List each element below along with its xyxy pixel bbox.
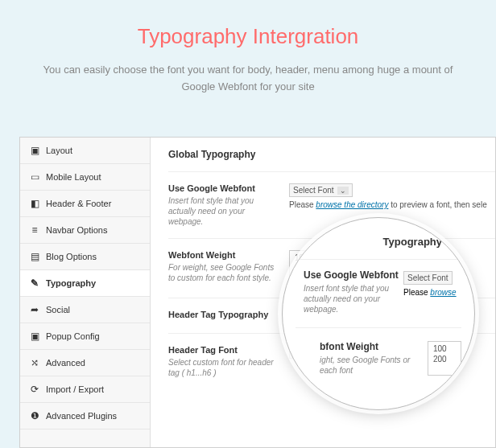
browse-directory-link[interactable]: browse the directory xyxy=(316,200,388,209)
sidebar-item-layout[interactable]: ▣ Layout xyxy=(20,138,150,164)
sidebar: ▣ Layout ▭ Mobile Layout ◧ Header & Foot… xyxy=(20,138,151,447)
field-desc: Select custom font for header tag ( h1..… xyxy=(168,357,279,378)
sidebar-item-social[interactable]: ➦ Social xyxy=(20,297,150,323)
mag-field-title: bfont Weight xyxy=(320,341,428,352)
select-value: Select Font xyxy=(407,273,448,282)
field-title: Webfont Weight xyxy=(168,250,279,260)
sidebar-item-label: Header & Footer xyxy=(46,199,111,208)
advanced-icon: ⤭ xyxy=(28,357,41,368)
select-value: Select Font xyxy=(293,186,334,195)
weight-option[interactable]: 200 xyxy=(433,354,456,364)
navbar-icon: ≡ xyxy=(28,224,41,236)
magnifier-lens: ..Typography Use Google Webfont Insert f… xyxy=(282,217,475,410)
section-heading: Global Typography xyxy=(168,149,495,172)
sidebar-item-label: Social xyxy=(46,305,70,314)
sidebar-item-typography[interactable]: ✎ Typography xyxy=(20,270,150,297)
sidebar-item-blog[interactable]: ▤ Blog Options xyxy=(20,244,150,270)
field-title: Use Google Webfont xyxy=(168,183,279,193)
field-hint: Please browse the directory to preview a… xyxy=(289,200,495,209)
sidebar-item-label: Blog Options xyxy=(46,252,97,261)
header-footer-icon: ◧ xyxy=(28,198,41,209)
field-title: Header Tag Font xyxy=(168,345,279,355)
sidebar-item-mobile-layout[interactable]: ▭ Mobile Layout xyxy=(20,164,150,191)
sidebar-item-advanced[interactable]: ⤭ Advanced xyxy=(20,350,150,376)
sidebar-item-import-export[interactable]: ⟳ Import / Export xyxy=(20,376,150,403)
sidebar-item-popup[interactable]: ▣ Popup Config xyxy=(20,323,150,350)
popup-icon: ▣ xyxy=(28,331,41,342)
mag-field-desc: Insert font style that you actually need… xyxy=(304,283,403,314)
mag-heading: ..Typography xyxy=(296,234,461,256)
sidebar-item-header-footer[interactable]: ◧ Header & Footer xyxy=(20,191,150,217)
field-desc: Insert font style that you actually need… xyxy=(168,195,279,227)
hero-section: Typography Intergration You can easily c… xyxy=(0,0,496,112)
import-export-icon: ⟳ xyxy=(28,384,41,395)
sidebar-item-label: Mobile Layout xyxy=(46,172,101,182)
sidebar-item-label: Import / Export xyxy=(46,384,104,394)
sidebar-item-label: Advanced Plugins xyxy=(46,411,117,421)
sidebar-item-label: Navbar Options xyxy=(46,225,107,235)
plugins-icon: ❶ xyxy=(28,410,41,421)
mag-select-font[interactable]: Select Font xyxy=(403,271,453,285)
sidebar-item-label: Advanced xyxy=(46,358,85,368)
field-desc: For weight, see Google Fonts to custom f… xyxy=(168,262,279,283)
chevron-down-icon: ⌄ xyxy=(337,187,349,195)
layout-icon: ▣ xyxy=(28,145,41,156)
hero-subtitle: You can easily choose the font you want … xyxy=(32,62,464,96)
select-font-dropdown[interactable]: Select Font ⌄ xyxy=(289,183,353,197)
weight-option[interactable]: 100 xyxy=(433,343,456,354)
mag-browse-link[interactable]: browse xyxy=(430,288,456,297)
hero-title: Typography Intergration xyxy=(32,24,464,49)
sidebar-item-label: Typography xyxy=(46,278,96,288)
mag-weight-list[interactable]: 100 200 xyxy=(428,341,461,376)
mobile-icon: ▭ xyxy=(28,171,41,183)
mag-field-desc: ight, see Google Fonts or each font xyxy=(320,355,428,376)
mag-hint: Please browse xyxy=(403,288,461,297)
sidebar-item-label: Layout xyxy=(46,146,72,155)
sidebar-item-label: Popup Config xyxy=(46,331,100,341)
social-icon: ➦ xyxy=(28,304,41,315)
sidebar-item-navbar[interactable]: ≡ Navbar Options xyxy=(20,217,150,244)
blog-icon: ▤ xyxy=(28,251,41,262)
sidebar-item-advanced-plugins[interactable]: ❶ Advanced Plugins xyxy=(20,403,150,430)
typography-icon: ✎ xyxy=(28,277,41,289)
mag-field-title: Use Google Webfont xyxy=(304,269,403,281)
field-title: Header Tag Typography xyxy=(168,310,279,319)
